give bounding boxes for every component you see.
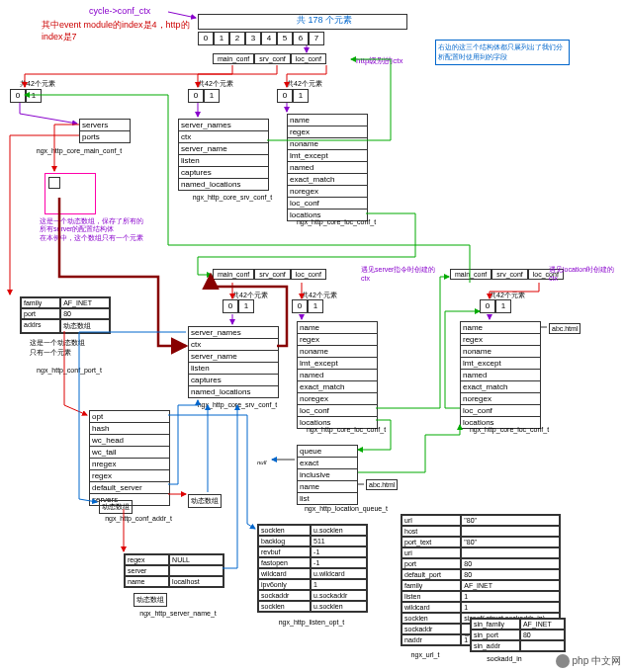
conf-sections: main_confsrv_confloc_conf: [213, 53, 326, 64]
struct-row: exact: [298, 458, 357, 469]
struct-row: loc_conf: [461, 405, 540, 417]
loc1-name: ngx_http_core_loc_conf_t: [282, 217, 391, 225]
sub42-2: 共42个元素: [198, 79, 233, 89]
c: 0: [480, 299, 495, 313]
v: u.sockaddr: [311, 590, 367, 601]
http-level-ctx: http级别的ctx: [356, 55, 403, 66]
k: wildcard: [258, 568, 311, 579]
k: sockaddr: [258, 590, 311, 601]
k: socklen: [258, 601, 311, 612]
struct-row: exact_match: [288, 174, 367, 186]
struct-row: lmt_except: [298, 358, 377, 370]
family-value: AF_INET: [60, 297, 110, 308]
k: family: [402, 580, 461, 591]
k: ipv6only: [258, 579, 311, 590]
addr-struct: opthashwc_headwc_tailnregexregexdefault_…: [89, 410, 170, 506]
struct-row: regex: [461, 334, 540, 346]
k: host: [402, 526, 461, 537]
addr-dyn2: 动态数组: [188, 494, 222, 508]
conf-cell: loc_conf: [291, 53, 326, 64]
struct-row: listen: [189, 363, 278, 375]
port-value: 80: [60, 308, 110, 319]
k: wildcard: [402, 602, 461, 613]
queue-side: abc.html: [366, 479, 398, 490]
struct-row: server_names: [179, 120, 268, 131]
struct-row: exact_match: [461, 381, 540, 393]
struct-row: name: [298, 481, 357, 493]
conf-cell: loc_conf: [291, 269, 326, 280]
k: revbuf: [258, 546, 311, 557]
loc1-struct: nameregexnonamelmt_exceptnamedexact_matc…: [287, 114, 368, 221]
struct-row: wc_tail: [90, 447, 169, 459]
v: -1: [311, 557, 367, 568]
struct-row: captures: [179, 167, 268, 179]
subcells-r: 01: [480, 299, 511, 313]
r: localhost: [169, 576, 223, 587]
queue-struct: queueexactinclusivenamelist: [297, 445, 358, 505]
server-ctx-note: 遇见server指令时创建的ctx: [361, 265, 440, 282]
k: sockaddr: [402, 624, 461, 634]
pink-box: [45, 173, 96, 214]
struct-row: named: [461, 370, 540, 381]
header-title: cycle->conf_ctx: [89, 6, 150, 16]
array-cell: 7: [309, 32, 324, 45]
struct-row: name: [288, 115, 367, 126]
struct-row: server_name: [179, 143, 268, 155]
addr-dyn1: 动态数组: [99, 500, 133, 514]
r: NULL: [169, 554, 223, 565]
c: 1: [204, 89, 220, 103]
addrs-value: 动态数组: [60, 319, 110, 333]
core-main-name: ngx_http_core_main_conf_t: [20, 146, 138, 154]
conf-cell: srv_conf: [254, 269, 290, 280]
watermark: php 中文网: [556, 654, 621, 668]
struct-row: lmt_except: [288, 150, 367, 162]
queue-name: ngx_http_location_queue_t: [287, 504, 405, 512]
struct-row: list: [298, 493, 357, 504]
right-note: 右边的这三个结构体都只展列出了我们分析配置时使用到的字段: [435, 40, 570, 65]
right-conf-sections: main_confsrv_confloc_conf: [450, 269, 564, 280]
ptr: [48, 177, 60, 189]
v: u.socklen: [311, 525, 367, 536]
loc-ctx-note: 遇见location时创建的ctx: [549, 265, 618, 282]
v: 1: [461, 602, 560, 613]
struct-row: named_locations: [189, 386, 278, 397]
struct-row: ctx: [179, 131, 268, 143]
c: 1: [238, 299, 254, 313]
logo-icon: [556, 654, 570, 668]
loc3-side: abc.html: [549, 323, 580, 334]
k: backlog: [258, 536, 311, 546]
struct-row: default_server: [90, 482, 169, 494]
c: 1: [308, 299, 323, 313]
srv1-struct: server_namesctxserver_namelistencaptures…: [178, 119, 269, 191]
k: socklen: [402, 613, 461, 624]
sub42-1: 共42个元素: [20, 79, 55, 89]
sub42-3: 共42个元素: [287, 79, 322, 89]
struct-row: noname: [298, 346, 377, 358]
k: fastopen: [258, 557, 311, 568]
r: regex: [125, 554, 169, 565]
v: 1: [311, 579, 367, 590]
index-note: 其中event module的index是4，http的index是7: [42, 20, 190, 42]
array-cells: 01234567: [198, 32, 324, 45]
c: 0: [223, 299, 238, 313]
family-label: family: [21, 297, 60, 308]
k: sin_port: [471, 630, 520, 640]
c: 0: [292, 299, 308, 313]
v: 80: [461, 569, 560, 580]
c: 1: [26, 89, 42, 103]
port-note: 这是一个动态数组 只有一个元素: [30, 338, 99, 358]
v: u.wildcard: [311, 568, 367, 579]
url-name: ngx_url_t: [401, 650, 450, 658]
v: AF_INET: [520, 619, 565, 630]
v: "80": [461, 515, 560, 526]
c: 1: [495, 299, 511, 313]
c: 0: [188, 89, 204, 103]
sname-struct: regexNULL server namelocalhost: [124, 553, 224, 588]
addrs-label: addrs: [21, 319, 60, 333]
c: 0: [10, 89, 26, 103]
v: [461, 526, 560, 537]
k: uri: [402, 547, 461, 558]
subcells-m1: 01: [223, 299, 254, 313]
array-cell: 6: [293, 32, 309, 45]
struct-row: server_names: [189, 327, 278, 339]
